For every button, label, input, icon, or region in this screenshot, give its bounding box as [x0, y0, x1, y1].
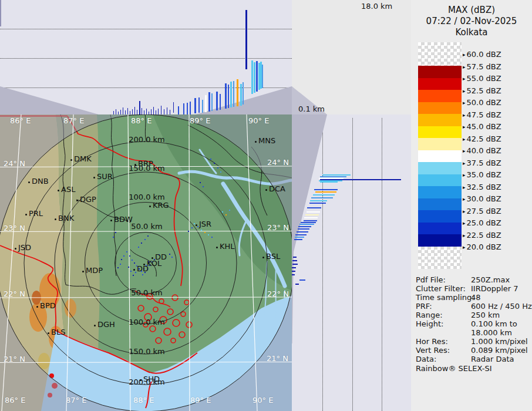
- echo-bar: [198, 97, 200, 113]
- metadata-key: Vert Res:: [416, 346, 450, 355]
- dbz-scale-label: ▸47.5 dBZ: [463, 110, 501, 119]
- longitude-label: 87° E: [63, 116, 84, 125]
- top-height-profile-panel[interactable]: [0, 0, 292, 114]
- radar-echo-pixel: [211, 237, 213, 238]
- colorbar-band: [418, 150, 462, 163]
- right-profile-gridline: [322, 118, 323, 411]
- colorbar-band: [418, 126, 462, 139]
- echo-bar: [125, 110, 126, 114]
- echo-bar: [190, 102, 191, 114]
- longitude-label: 90° E: [248, 116, 269, 125]
- radar-echo-pixel: [138, 247, 139, 248]
- station-label: DD: [137, 264, 149, 273]
- echo-bar: [225, 83, 227, 109]
- radar-echo-pixel: [141, 242, 142, 244]
- latitude-label: 23° N: [267, 223, 289, 232]
- metadata-key: Hor Res:: [416, 337, 448, 346]
- range-ring-label: 200.0 km: [129, 135, 165, 144]
- legend-panel: MAX (dBZ) 07:22 / 02-Nov-2025 Kolkata ▸6…: [411, 0, 532, 411]
- metadata-value: 1.000 km/pixel: [471, 337, 528, 346]
- dbz-scale-label: ▸52.5 dBZ: [463, 86, 501, 95]
- tick-arrow-icon: ▸: [463, 196, 466, 202]
- top-profile-gridline: [0, 29, 292, 29]
- tick-arrow-icon: ▸: [463, 87, 466, 93]
- latitude-label: 24° N: [4, 159, 25, 168]
- latitude-label: 24° N: [267, 158, 289, 167]
- echo-bar: [158, 109, 159, 114]
- radar-echo-pixel: [171, 257, 173, 258]
- metadata-key: Pdf File:: [416, 275, 446, 284]
- echo-bar: [309, 203, 326, 204]
- product-title: MAX (dBZ): [411, 5, 532, 16]
- radar-echo-pixel: [128, 267, 129, 268]
- latitude-label: 21° N: [267, 354, 288, 363]
- latitude-label: 22° N: [267, 289, 289, 298]
- echo-bar: [295, 237, 304, 238]
- tick-arrow-icon: ▸: [463, 184, 466, 190]
- echo-bar: [178, 106, 179, 114]
- range-ring-label: 150.0 km: [129, 164, 165, 173]
- right-height-profile-panel[interactable]: [292, 114, 411, 411]
- radar-echo-pixel: [135, 272, 136, 273]
- radar-echo-pixel: [134, 262, 135, 264]
- station-label: BNK: [58, 214, 74, 223]
- dbz-colorbar: [418, 42, 462, 269]
- radar-echo-pixel: [142, 274, 143, 275]
- station-label: MNS: [258, 136, 275, 145]
- echo-bar: [167, 107, 167, 114]
- echo-bar: [320, 181, 338, 183]
- longitude-label: 86° E: [5, 396, 25, 405]
- station-dot: [110, 220, 112, 221]
- colorbar-band: [418, 186, 462, 198]
- station-label: BSL: [266, 252, 280, 261]
- metadata-value: IIRDoppler 7: [471, 284, 518, 293]
- station-dot: [196, 224, 197, 226]
- right-profile-gridline: [382, 118, 382, 411]
- radar-echo-pixel: [144, 239, 146, 240]
- echo-bar: [310, 200, 327, 201]
- colorbar-band: [418, 174, 462, 187]
- radar-echo-pixel: [203, 186, 204, 187]
- dbz-scale-label: ▸20.0 dBZ: [463, 242, 501, 251]
- echo-bar: [297, 231, 308, 233]
- radar-echo-pixel: [194, 223, 195, 224]
- radar-echo-pixel: [217, 167, 218, 169]
- station-label: KOL: [147, 259, 161, 268]
- station-label: JSD: [18, 243, 31, 252]
- radar-echo-pixel: [208, 234, 209, 235]
- range-ring-label: 100.0 km: [129, 318, 165, 326]
- height-axis-min-label: 0.1 km: [298, 105, 325, 113]
- echo-bar: [233, 81, 234, 107]
- scan-datetime: 07:22 / 02-Nov-2025: [411, 16, 532, 27]
- colorbar-band: [418, 102, 462, 114]
- echo-bar: [299, 224, 314, 225]
- colorbar-band: [418, 66, 462, 78]
- dbz-scale-label: ▸37.5 dBZ: [463, 158, 501, 167]
- dbz-scale-label: ▸42.5 dBZ: [463, 134, 501, 143]
- echo-bar: [298, 228, 309, 230]
- colorbar-band: [418, 90, 462, 102]
- radar-map-panel[interactable]: DMKBRPSURDNBASLDGPKRGPRLBNKBDWJSRKHLJSDB…: [0, 114, 292, 411]
- metadata-value: Radar Data: [471, 355, 514, 363]
- software-brand-label: Rainbow® SELEX-SI: [416, 364, 492, 373]
- echo-bar: [139, 101, 140, 114]
- metadata-key: Data:: [416, 355, 436, 363]
- dbz-scale-label: ▸27.5 dBZ: [463, 206, 501, 215]
- station-label: BDW: [114, 215, 133, 224]
- longitude-label: 88° E: [133, 396, 154, 405]
- metadata-value: 250Z.max: [471, 275, 510, 284]
- radar-echo-pixel: [113, 237, 114, 238]
- station-label: MDP: [86, 266, 103, 275]
- dbz-scale-label: ▸32.5 dBZ: [463, 182, 501, 191]
- station-label: ASL: [61, 185, 75, 194]
- radar-echo-pixel: [121, 259, 122, 260]
- station-label: DGH: [97, 320, 115, 329]
- echo-bar: [315, 191, 336, 193]
- range-ring-label: 100.0 km: [129, 193, 165, 201]
- echo-bar: [120, 110, 121, 114]
- range-ring-label: 150.0 km: [129, 347, 165, 356]
- echo-bar: [123, 107, 123, 114]
- echo-bar: [237, 79, 238, 106]
- range-ring-label: 50.0 km: [131, 222, 162, 231]
- tick-arrow-icon: ▸: [463, 244, 466, 250]
